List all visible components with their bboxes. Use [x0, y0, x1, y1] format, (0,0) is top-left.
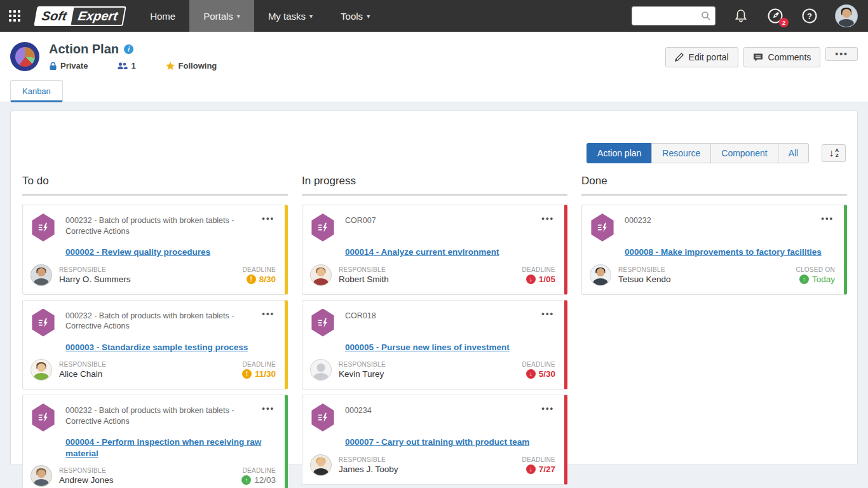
card-context: COR018 — [345, 311, 534, 322]
nav-portals[interactable]: Portals ▾ — [189, 0, 254, 32]
overdue-icon: ↓ — [526, 274, 536, 284]
logo-part-expert: Expert — [69, 6, 126, 26]
ellipsis-icon: ••• — [541, 214, 554, 223]
warning-icon: ! — [242, 369, 252, 379]
kanban-card[interactable]: COR007 ••• 000014 - Analyze current envi… — [302, 205, 567, 295]
action-plan-icon — [31, 309, 56, 337]
edit-portal-button[interactable]: Edit portal — [665, 47, 738, 67]
responsible-avatar — [31, 264, 52, 286]
overdue-icon: ↓ — [526, 464, 536, 474]
responsible-name: Andrew Jones — [59, 475, 241, 485]
kanban-card[interactable]: 000234 ••• 000007 - Carry out training w… — [302, 395, 567, 485]
more-actions-button[interactable]: ••• — [825, 47, 858, 61]
sort-button[interactable]: ↓ AZ — [822, 144, 846, 162]
card-link[interactable]: 000014 - Analyze current environment — [345, 247, 555, 258]
responsible-name: James J. Tooby — [339, 464, 522, 474]
following-toggle[interactable]: Following — [165, 61, 217, 71]
main-nav: Home Portals ▾ My tasks ▾ Tools ▾ — [136, 0, 384, 32]
responsible-avatar — [31, 359, 52, 381]
sort-arrow-icon: ↓ — [829, 147, 834, 159]
chevron-down-icon: ▾ — [309, 13, 313, 20]
card-link[interactable]: 000003 - Standardize sample testing proc… — [65, 342, 276, 353]
deadline-value: 1/05 — [539, 274, 555, 284]
filter-all[interactable]: All — [778, 143, 810, 163]
kanban-card[interactable]: 000232 ••• 000008 - Make improvements to… — [581, 205, 847, 295]
action-plan-icon — [310, 403, 336, 431]
notifications-bell-icon[interactable] — [732, 7, 750, 25]
responsible-label: RESPONSIBLE — [339, 266, 522, 273]
kanban-card[interactable]: 000232 - Batch of products with broken t… — [22, 395, 288, 488]
info-icon[interactable]: i — [124, 44, 133, 54]
card-menu-button[interactable]: ••• — [540, 214, 555, 223]
kanban-card[interactable]: 000232 - Batch of products with broken t… — [22, 300, 288, 390]
user-avatar[interactable] — [835, 4, 858, 27]
tab-bar: Kanban — [10, 80, 858, 102]
card-link[interactable]: 000007 - Carry out training with product… — [345, 437, 555, 448]
help-icon[interactable]: ? — [801, 7, 818, 25]
nav-tools[interactable]: Tools ▾ — [327, 0, 384, 32]
card-menu-button[interactable]: ••• — [261, 214, 276, 223]
deadline-value: 7/27 — [539, 464, 555, 474]
kanban-card[interactable]: 000232 - Batch of products with broken t… — [22, 205, 288, 295]
filter-component[interactable]: Component — [710, 143, 778, 163]
responsible-avatar — [310, 264, 332, 286]
ellipsis-icon: ••• — [262, 309, 275, 318]
overdue-icon: ↓ — [526, 369, 536, 379]
softexpert-logo[interactable]: Soft Expert — [34, 6, 126, 26]
ellipsis-icon: ••• — [262, 403, 275, 413]
responsible-name: Kevin Turey — [339, 369, 522, 379]
deadline-label: DEADLINE — [522, 361, 555, 368]
comment-icon — [753, 53, 763, 62]
ellipsis-icon: ••• — [835, 52, 848, 56]
filter-resource[interactable]: Resource — [651, 143, 711, 163]
logo-part-soft: Soft — [34, 6, 74, 26]
app-grid-icon[interactable] — [0, 0, 29, 32]
nav-home[interactable]: Home — [136, 0, 189, 32]
card-menu-button[interactable]: ••• — [540, 403, 555, 413]
deadline-label: DEADLINE — [522, 266, 555, 273]
deadline-value: 8/30 — [259, 274, 276, 284]
nav-my-tasks[interactable]: My tasks ▾ — [254, 0, 327, 32]
card-link[interactable]: 000004 - Perform inspection when receivi… — [65, 437, 276, 459]
card-menu-button[interactable]: ••• — [540, 309, 555, 318]
card-link[interactable]: 000005 - Pursue new lines of investment — [345, 342, 555, 353]
responsible-name: Harry O. Summers — [59, 274, 243, 284]
deadline-value: 12/03 — [254, 475, 276, 485]
search-icon[interactable] — [701, 11, 711, 24]
responsible-name: Alice Chain — [59, 369, 242, 379]
column-done: Done 000232 ••• 000008 - Make improvemen… — [581, 175, 847, 488]
responsible-avatar — [310, 359, 332, 381]
deadline-label: DEADLINE — [242, 361, 276, 368]
news-count-badge: 2 — [779, 18, 789, 27]
card-link[interactable]: 000002 - Review quality procedures — [65, 247, 276, 258]
chevron-down-icon: ▾ — [237, 13, 240, 20]
users-icon — [117, 62, 128, 70]
responsible-name: Tetsuo Kendo — [618, 274, 796, 284]
column-in-progress: In progress COR007 ••• 000014 - Analyze … — [302, 175, 567, 488]
kanban-card[interactable]: COR018 ••• 000005 - Pursue new lines of … — [302, 300, 567, 390]
card-context: COR007 — [345, 215, 534, 226]
portal-header: Action Plan i Private 1 Following — [0, 32, 868, 102]
card-menu-button[interactable]: ••• — [820, 214, 835, 223]
pencil-icon — [675, 53, 684, 62]
responsible-label: RESPONSIBLE — [339, 361, 522, 368]
responsible-label: RESPONSIBLE — [59, 361, 242, 368]
action-plan-icon — [590, 214, 615, 241]
star-icon — [165, 61, 175, 71]
members-count[interactable]: 1 — [117, 61, 135, 71]
ellipsis-icon: ••• — [262, 214, 275, 223]
top-navigation-bar: Soft Expert Home Portals ▾ My tasks ▾ To… — [0, 0, 868, 32]
card-context: 000232 - Batch of products with broken t… — [65, 311, 254, 332]
comments-button[interactable]: Comments — [743, 47, 821, 67]
card-context: 000232 - Batch of products with broken t… — [65, 405, 254, 427]
action-plan-icon — [310, 309, 336, 337]
card-link[interactable]: 000008 - Make improvements to factory fa… — [625, 247, 835, 258]
card-menu-button[interactable]: ••• — [261, 309, 276, 318]
tab-kanban[interactable]: Kanban — [10, 80, 63, 102]
card-menu-button[interactable]: ••• — [261, 403, 276, 413]
whats-new-icon[interactable]: 2 — [766, 7, 784, 25]
responsible-avatar — [590, 264, 611, 286]
chevron-down-icon: ▾ — [367, 13, 370, 20]
filter-action-plan[interactable]: Action plan — [587, 143, 652, 163]
ellipsis-icon: ••• — [541, 403, 554, 413]
